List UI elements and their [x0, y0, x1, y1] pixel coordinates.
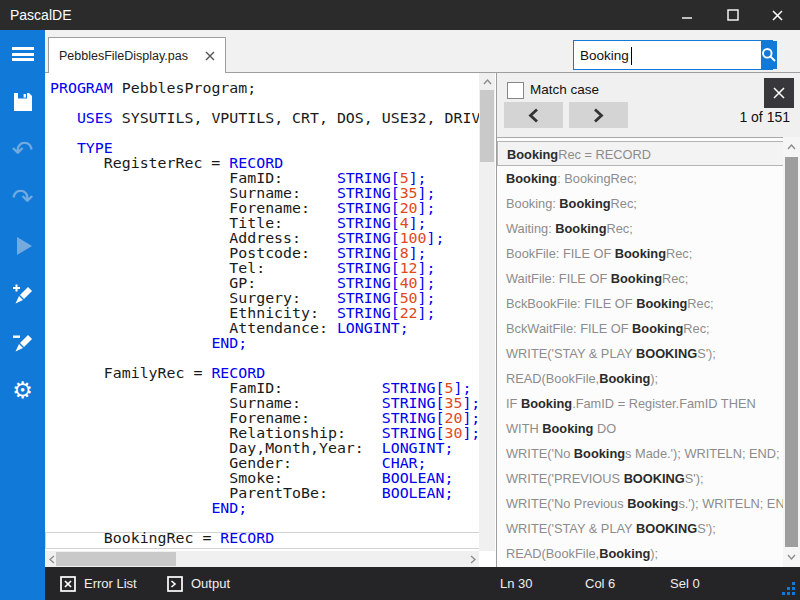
- search-box: [573, 40, 773, 70]
- search-results-list: BookingRec = RECORDBooking: BookingRec;B…: [497, 137, 800, 567]
- pencil-plus-icon: [12, 283, 34, 305]
- search-result-item[interactable]: WRITE('No Previous Bookings.'); WRITELN;…: [497, 491, 800, 516]
- close-icon: [773, 87, 785, 99]
- code-editor[interactable]: PROGRAM PebblesProgram; USES SYSUTILS, V…: [45, 73, 497, 567]
- chevron-left-icon: [527, 108, 540, 123]
- scroll-up-icon[interactable]: [783, 140, 800, 154]
- play-icon: [17, 237, 32, 255]
- editor-vertical-scrollbar[interactable]: [479, 73, 495, 551]
- search-result-item[interactable]: Waiting: BookingRec;: [497, 216, 800, 241]
- code-line: END;: [50, 501, 480, 516]
- activity-sidebar: ↶ ↷ ⚙: [0, 30, 45, 600]
- selection-indicator: Sel 0: [670, 567, 700, 600]
- chevron-right-icon: [592, 108, 605, 123]
- search-result-item[interactable]: WRITE('PREVIOUS BOOKINGS');: [497, 466, 800, 491]
- text-caret: [631, 47, 632, 65]
- code-line: PROGRAM PebblesProgram;: [50, 81, 480, 96]
- maximize-button[interactable]: [710, 0, 755, 30]
- line-indicator: Ln 30: [500, 567, 533, 600]
- previous-result-button[interactable]: [504, 102, 563, 128]
- hamburger-icon: [12, 45, 34, 64]
- window-title: PascalDE: [10, 0, 71, 30]
- search-result-item[interactable]: IF Booking.FamID = Register.FamID THEN: [497, 391, 800, 416]
- undo-icon: ↶: [12, 137, 34, 163]
- search-result-item[interactable]: Booking: BookingRec;: [497, 191, 800, 216]
- output-toggle[interactable]: Output: [167, 567, 230, 600]
- pencil-minus-icon: [12, 331, 34, 353]
- search-result-item[interactable]: WITH Booking DO: [497, 416, 800, 441]
- code-line: [50, 126, 480, 141]
- title-bar: PascalDE: [0, 0, 800, 30]
- code-line: END;: [50, 336, 480, 351]
- search-result-item[interactable]: BckBookFile: FILE OF BookingRec;: [497, 291, 800, 316]
- save-icon: [13, 92, 33, 112]
- output-icon: [167, 576, 183, 592]
- menu-button[interactable]: [0, 30, 45, 78]
- run-button[interactable]: [0, 222, 45, 270]
- error-list-icon: [60, 576, 76, 592]
- minimize-icon: [682, 10, 693, 21]
- error-list-toggle[interactable]: Error List: [60, 567, 137, 600]
- search-result-item[interactable]: WRITE('STAY & PLAY BOOKINGS');: [497, 341, 800, 366]
- tab-strip: PebblesFileDisplay.pas: [45, 30, 800, 73]
- scroll-right-icon[interactable]: [467, 551, 478, 567]
- close-icon: [772, 10, 783, 21]
- close-button[interactable]: [755, 0, 800, 30]
- search-result-item[interactable]: WaitFile: FILE OF BookingRec;: [497, 266, 800, 291]
- find-panel: Match case 1 of 151 BookingRec = RECORDB…: [497, 73, 800, 567]
- search-icon: [761, 47, 777, 63]
- next-result-button[interactable]: [569, 102, 628, 128]
- search-result-item[interactable]: WRITE('No Bookings Made.'); WRITELN; END…: [497, 441, 800, 466]
- results-scrollbar[interactable]: [783, 137, 800, 567]
- app-window: PascalDE ↶ ↷: [0, 0, 800, 600]
- search-button[interactable]: [761, 41, 777, 69]
- search-result-item[interactable]: BookFile: FILE OF BookingRec;: [497, 241, 800, 266]
- edit-remove-button[interactable]: [0, 318, 45, 366]
- window-controls: [665, 0, 800, 30]
- tab-pebblesfiledisplay[interactable]: PebblesFileDisplay.pas: [48, 37, 226, 73]
- search-result-item[interactable]: BookingRec = RECORD: [497, 141, 800, 166]
- search-result-item[interactable]: BckWaitFile: FILE OF BookingRec;: [497, 316, 800, 341]
- search-result-item[interactable]: READ(BookFile,Booking);: [497, 366, 800, 391]
- redo-icon: ↷: [12, 185, 34, 211]
- redo-button[interactable]: ↷: [0, 174, 45, 222]
- match-case-checkbox[interactable]: [507, 82, 524, 99]
- match-case-label: Match case: [530, 82, 599, 97]
- tab-label: PebblesFileDisplay.pas: [59, 49, 205, 63]
- undo-button[interactable]: ↶: [0, 126, 45, 174]
- column-indicator: Col 6: [585, 567, 615, 600]
- code-line: USES SYSUTILS, VPUTILS, CRT, DOS, USE32,…: [50, 111, 480, 126]
- scroll-up-icon[interactable]: [479, 75, 495, 89]
- results-scroll-thumb[interactable]: [785, 157, 798, 547]
- find-panel-close-button[interactable]: [764, 78, 794, 108]
- tab-close-icon[interactable]: [205, 51, 215, 61]
- search-result-item[interactable]: Booking: BookingRec;: [497, 166, 800, 191]
- edit-add-button[interactable]: [0, 270, 45, 318]
- search-input[interactable]: [574, 41, 761, 69]
- resize-grip[interactable]: [792, 592, 795, 595]
- save-button[interactable]: [0, 78, 45, 126]
- scroll-down-icon[interactable]: [783, 550, 800, 564]
- search-result-item[interactable]: READ(BookFile,Booking);: [497, 541, 800, 566]
- editor-vscroll-thumb[interactable]: [480, 90, 494, 162]
- code-line: BookingRec = RECORD: [50, 531, 480, 546]
- error-list-label: Error List: [84, 576, 137, 591]
- minimize-button[interactable]: [665, 0, 710, 30]
- maximize-icon: [727, 9, 739, 21]
- output-label: Output: [191, 576, 230, 591]
- settings-button[interactable]: ⚙: [0, 366, 45, 414]
- status-bar: Error List Output Ln 30 Col 6 Sel 0: [45, 567, 800, 600]
- code-lines: PROGRAM PebblesProgram; USES SYSUTILS, V…: [50, 81, 480, 546]
- search-result-item[interactable]: WRITE('STAY & PLAY BOOKINGS');: [497, 516, 800, 541]
- gear-icon: ⚙: [12, 378, 33, 402]
- result-count: 1 of 151: [739, 109, 790, 125]
- editor-hscroll-thumb[interactable]: [56, 552, 176, 566]
- editor-horizontal-scrollbar[interactable]: [45, 551, 479, 567]
